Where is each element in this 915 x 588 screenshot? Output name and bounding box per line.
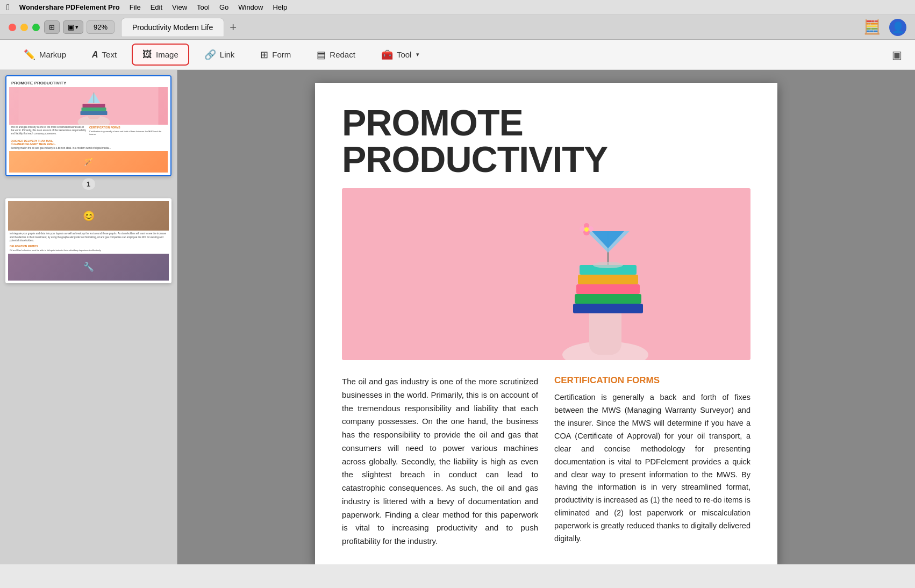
- page-sidebar: PROMOTE PRODUCTIVITY: [0, 70, 177, 564]
- svg-rect-7: [342, 188, 750, 360]
- text-button[interactable]: A Text: [81, 45, 127, 65]
- page-number-1: 1: [82, 178, 95, 190]
- menu-file[interactable]: File: [130, 3, 141, 11]
- grid-view-button[interactable]: ⊞: [44, 20, 60, 34]
- svg-point-20: [588, 226, 594, 232]
- pdf-body-text-left: The oil and gas industry is one of the m…: [342, 375, 538, 548]
- svg-rect-11: [575, 294, 641, 304]
- svg-rect-12: [576, 284, 640, 294]
- text-icon: A: [92, 50, 98, 60]
- svg-rect-6: [83, 104, 105, 107]
- page-thumb-1[interactable]: PROMOTE PRODUCTIVITY: [5, 75, 171, 176]
- user-avatar[interactable]: 👤: [889, 19, 906, 36]
- svg-point-18: [580, 226, 585, 232]
- tab-add-button[interactable]: +: [230, 20, 237, 34]
- menu-bar:  Wondershare PDFelement Pro File Edit V…: [0, 0, 915, 15]
- markup-button[interactable]: ✏️ Markup: [13, 44, 77, 66]
- svg-rect-4: [81, 111, 108, 115]
- pdf-body: The oil and gas industry is one of the m…: [342, 375, 750, 548]
- thumb-title-1: PROMOTE PRODUCTIVITY: [9, 79, 168, 87]
- menu-go[interactable]: Go: [219, 3, 228, 11]
- app-name[interactable]: Wondershare PDFelement Pro: [19, 3, 120, 11]
- image-icon: 🖼: [142, 49, 152, 60]
- pdf-cert-title: CERTIFICATION FORMS: [554, 375, 750, 386]
- panel-toggle-button[interactable]: ▣: [892, 48, 902, 61]
- thumb-hero-image-1: [9, 87, 168, 125]
- menu-tool[interactable]: Tool: [197, 3, 210, 11]
- redact-icon: ▤: [317, 49, 326, 61]
- close-button[interactable]: [9, 24, 16, 31]
- pdf-col-right: CERTIFICATION FORMS Certification is gen…: [554, 375, 750, 548]
- svg-rect-10: [573, 304, 643, 313]
- image-button[interactable]: 🖼 Image: [132, 44, 189, 66]
- svg-rect-5: [82, 107, 106, 111]
- pdf-cert-text: Certification is generally a back and fo…: [554, 391, 750, 546]
- tool-button[interactable]: 🧰 Tool ▾: [370, 44, 431, 66]
- svg-point-16: [593, 262, 623, 268]
- zoom-selector[interactable]: 92%: [87, 20, 115, 34]
- menu-view[interactable]: View: [172, 3, 187, 11]
- form-icon: ⊞: [260, 49, 268, 61]
- page-thumb-2[interactable]: 😊 to integrate your graphs and data into…: [5, 198, 171, 283]
- thumb-image-2a: 😊: [8, 201, 169, 231]
- svg-rect-13: [578, 275, 638, 284]
- menu-edit[interactable]: Edit: [151, 3, 162, 11]
- menu-help[interactable]: Help: [273, 3, 287, 11]
- pdf-col-left: The oil and gas industry is one of the m…: [342, 375, 538, 548]
- minimize-button[interactable]: [20, 24, 28, 31]
- tool-chevron-icon: ▾: [416, 51, 419, 58]
- pdf-page-title: PROMOTE PRODUCTIVITY: [342, 104, 750, 177]
- thumb-bottom-image-1: 🪄: [9, 151, 168, 173]
- markup-icon: ✏️: [24, 49, 35, 61]
- svg-point-21: [584, 227, 589, 232]
- link-icon: 🔗: [204, 49, 216, 61]
- tab-productivity[interactable]: Productivity Modern Life: [121, 18, 224, 37]
- maximize-button[interactable]: [32, 24, 40, 31]
- traffic-lights: [9, 24, 40, 31]
- thumb-image-2b: 🔧: [8, 254, 169, 281]
- content-area[interactable]: PROMOTE PRODUCTIVITY: [177, 70, 915, 564]
- main-area: PROMOTE PRODUCTIVITY: [0, 70, 915, 564]
- calculator-icon[interactable]: 🧮: [863, 19, 881, 35]
- link-button[interactable]: 🔗 Link: [194, 44, 246, 66]
- tab-title: Productivity Modern Life: [132, 23, 213, 32]
- panel-view-button[interactable]: ▣ ▾: [63, 20, 83, 34]
- apple-menu[interactable]: : [6, 3, 10, 12]
- tab-bar: ⊞ ▣ ▾ 92% Productivity Modern Life + 🧮 👤: [0, 15, 915, 40]
- menu-window[interactable]: Window: [238, 3, 263, 11]
- form-button[interactable]: ⊞ Form: [249, 44, 302, 66]
- toolbar: ✏️ Markup A Text 🖼 Image 🔗 Link ⊞ Form ▤…: [0, 40, 915, 70]
- page-thumbnail-1[interactable]: PROMOTE PRODUCTIVITY: [5, 75, 171, 190]
- redact-button[interactable]: ▤ Redact: [306, 44, 366, 66]
- page-thumbnail-2[interactable]: 😊 to integrate your graphs and data into…: [5, 198, 171, 283]
- pdf-page: PROMOTE PRODUCTIVITY: [315, 83, 777, 564]
- tool-icon: 🧰: [381, 49, 393, 61]
- pdf-hero-image: [342, 188, 750, 360]
